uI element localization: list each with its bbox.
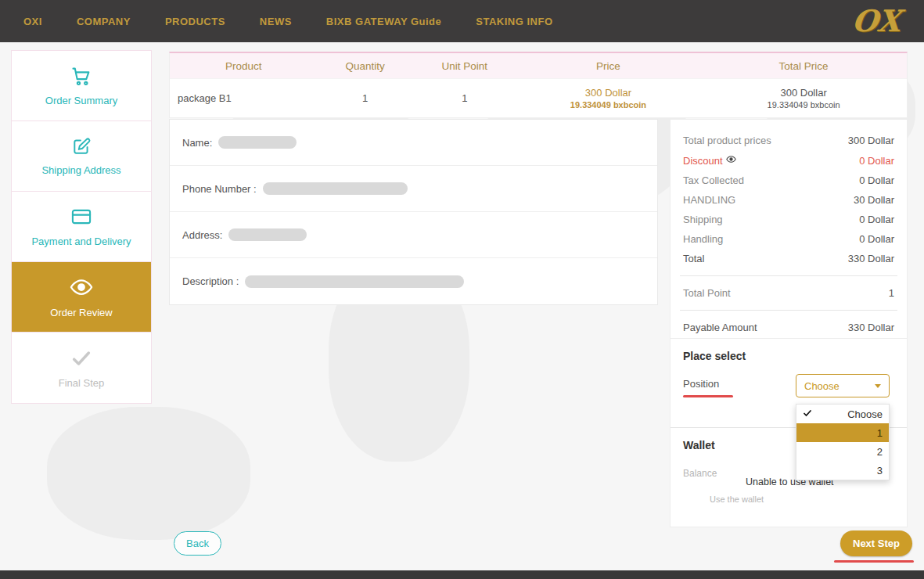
name-label: Name: — [182, 137, 212, 149]
position-dropdown-menu: Choose 1 2 3 — [796, 404, 890, 480]
review-details-card: Name: Phone Number : Address: Descriptio… — [169, 119, 658, 305]
position-label: Position — [683, 378, 733, 390]
payable-amount-row: Payable Amount 330 Dollar — [680, 318, 897, 337]
description-label: Description : — [182, 275, 239, 287]
sidebar-step-payment-and-delivery[interactable]: Payment and Delivery — [12, 192, 151, 262]
cell-total-price: 300 Dollar 19.334049 bxbcoin — [700, 87, 907, 110]
wallet-title: Wallet — [683, 439, 715, 451]
total-point-value: 1 — [889, 287, 894, 299]
total-bxbcoin: 19.334049 bxbcoin — [700, 100, 907, 110]
cell-price: 300 Dollar 19.334049 bxbcoin — [516, 87, 701, 110]
check-icon — [803, 408, 812, 420]
summary-row: Handling 0 Dollar — [680, 229, 897, 249]
total-point-row: Total Point 1 — [680, 283, 897, 303]
page: OXI COMPANY PRODUCTS NEWS BIXB GATEWAY G… — [0, 0, 924, 579]
sidebar-step-order-summary[interactable]: Order Summary — [12, 51, 151, 121]
cell-quantity: 1 — [317, 92, 412, 104]
dropdown-option-choose[interactable]: Choose — [796, 405, 889, 423]
position-red-underline — [683, 395, 733, 397]
map-blob — [47, 407, 250, 540]
description-value-redacted — [245, 275, 464, 288]
dropdown-option-2[interactable]: 2 — [796, 442, 889, 461]
step-label: Order Review — [50, 307, 112, 318]
header-product: Product — [170, 60, 317, 72]
brand-logo[interactable]: OX — [850, 6, 902, 36]
discount-label: Discount — [683, 155, 723, 167]
chevron-down-icon — [875, 384, 881, 388]
summary-row-total: Total 330 Dollar — [680, 249, 897, 268]
payable-amount-value: 330 Dollar — [848, 322, 894, 333]
check-icon — [70, 347, 92, 369]
use-wallet-toggle[interactable]: Use the wallet — [710, 494, 764, 504]
summary-value: 0 Dollar — [859, 233, 894, 245]
position-dropdown-value: Choose — [804, 380, 840, 392]
cell-product: package B1 — [170, 92, 317, 104]
summary-value: 30 Dollar — [854, 194, 894, 206]
checkout-stepper: Order Summary Shipping Address Payment a… — [11, 50, 152, 404]
summary-label: Shipping — [683, 214, 723, 225]
summary-row: HANDLING 30 Dollar — [680, 190, 897, 210]
address-label: Address: — [182, 229, 222, 241]
nav-item-products[interactable]: PRODUCTS — [165, 16, 225, 27]
nav-item-news[interactable]: NEWS — [260, 16, 292, 27]
position-dropdown[interactable]: Choose — [796, 374, 890, 397]
summary-value: 330 Dollar — [848, 253, 894, 264]
price-summary-card: Total product prices 300 Dollar Discount… — [670, 119, 908, 347]
summary-value: 0 Dollar — [859, 155, 894, 167]
sidebar-step-final-step[interactable]: Final Step — [12, 333, 151, 403]
summary-label: Total — [683, 253, 704, 264]
dropdown-option-3[interactable]: 3 — [796, 461, 889, 480]
form-row-address: Address: — [170, 212, 657, 258]
cart-icon — [70, 65, 92, 87]
phone-value-redacted — [263, 182, 408, 195]
address-value-redacted — [228, 228, 307, 241]
nav-item-company[interactable]: COMPANY — [77, 16, 131, 27]
summary-label: HANDLING — [683, 194, 735, 206]
option-label: 3 — [877, 465, 883, 477]
table-row: package B1 1 1 300 Dollar 19.334049 bxbc… — [170, 78, 907, 117]
nav-item-bixb-gateway-guide[interactable]: BIXB GATEWAY Guide — [326, 16, 441, 27]
dropdown-option-1[interactable]: 1 — [796, 423, 889, 442]
summary-row: Shipping 0 Dollar — [680, 210, 897, 229]
step-label: Payment and Delivery — [31, 236, 131, 247]
step-label: Shipping Address — [41, 164, 120, 176]
payable-amount-label: Payable Amount — [683, 322, 757, 333]
next-step-red-underline — [834, 560, 914, 563]
phone-label: Phone Number : — [182, 183, 257, 195]
price-bxbcoin: 19.334049 bxbcoin — [516, 100, 701, 110]
header-quantity: Quantity — [317, 60, 412, 72]
option-label: 1 — [877, 427, 883, 439]
place-select-title: Place select — [683, 350, 746, 362]
summary-label: Handling — [683, 233, 723, 245]
position-field: Position — [683, 378, 733, 397]
discount-eye-icon[interactable] — [726, 154, 736, 167]
total-point-label: Total Point — [683, 287, 731, 299]
divider — [680, 310, 897, 311]
sidebar-step-shipping-address[interactable]: Shipping Address — [12, 121, 151, 192]
nav-item-oxi[interactable]: OXI — [23, 16, 42, 27]
form-row-description: Description : — [170, 258, 657, 304]
nav-item-staking-info[interactable]: STAKING INFO — [476, 16, 552, 27]
order-table-header: Product Quantity Unit Point Price Total … — [170, 53, 907, 78]
footer-bar — [0, 570, 924, 579]
sidebar-step-order-review[interactable]: Order Review — [12, 262, 151, 333]
summary-row: Tax Collected 0 Dollar — [680, 171, 897, 190]
top-navigation: OXI COMPANY PRODUCTS NEWS BIXB GATEWAY G… — [0, 0, 924, 42]
summary-value: 300 Dollar — [848, 135, 894, 146]
summary-row-discount: Discount 0 Dollar — [680, 150, 897, 171]
step-label: Final Step — [59, 377, 105, 389]
credit-card-icon — [70, 206, 92, 228]
header-unit-point: Unit Point — [413, 60, 516, 72]
summary-label: Tax Collected — [683, 174, 744, 186]
back-button[interactable]: Back — [174, 531, 221, 556]
header-price: Price — [516, 60, 701, 72]
form-row-phone: Phone Number : — [170, 166, 657, 212]
summary-value: 0 Dollar — [859, 214, 894, 225]
option-label: Choose — [847, 408, 883, 420]
step-label: Order Summary — [45, 95, 117, 106]
form-row-name: Name: — [170, 120, 657, 166]
total-dollar: 300 Dollar — [700, 87, 907, 99]
next-step-button[interactable]: Next Step — [840, 530, 912, 556]
wallet-balance-label: Balance — [683, 468, 717, 479]
option-label: 2 — [877, 446, 883, 458]
